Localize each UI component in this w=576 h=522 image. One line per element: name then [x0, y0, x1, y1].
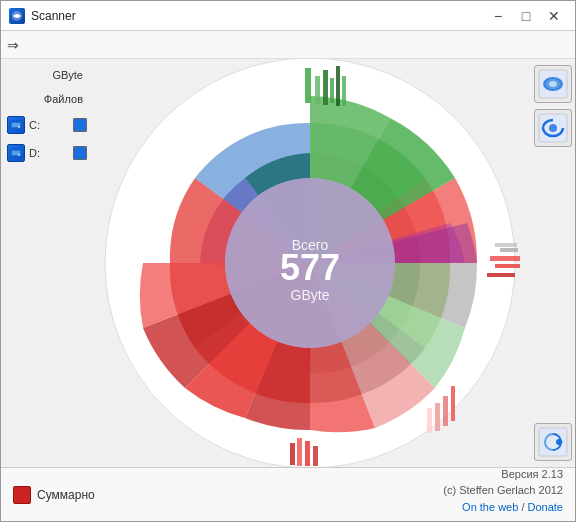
- content-area: GByte Файлов C:: [1, 59, 575, 467]
- link-separator: /: [518, 501, 527, 513]
- svg-text:577: 577: [280, 247, 340, 288]
- window-title: Scanner: [31, 9, 485, 23]
- drive-d-icon: [7, 144, 25, 162]
- svg-rect-15: [495, 264, 520, 268]
- bottom-right-info: Версия 2.13 (c) Steffen Gerlach 2012 On …: [443, 466, 563, 516]
- svg-rect-17: [500, 248, 518, 252]
- drive-c-color: [73, 118, 87, 132]
- svg-rect-20: [443, 396, 448, 426]
- svg-rect-10: [323, 70, 328, 105]
- svg-point-3: [18, 126, 20, 128]
- version-text: Версия 2.13: [443, 466, 563, 483]
- drive-c-label: C:: [29, 119, 69, 131]
- legend-files: Файлов: [5, 89, 87, 109]
- window-controls: − □ ✕: [485, 6, 567, 26]
- svg-rect-25: [305, 441, 310, 466]
- side-button-3[interactable]: [534, 423, 572, 461]
- app-icon: [9, 8, 25, 24]
- drive-c-row: C:: [5, 113, 87, 137]
- svg-rect-11: [330, 78, 334, 103]
- link-donate[interactable]: Donate: [528, 501, 563, 513]
- side-button-1[interactable]: [534, 65, 572, 103]
- svg-rect-9: [315, 76, 320, 104]
- links-text: On the web / Donate: [443, 499, 563, 516]
- center-panel: Всего 577 GByte: [91, 59, 529, 467]
- svg-rect-8: [305, 68, 311, 103]
- svg-point-37: [549, 124, 557, 132]
- sunburst-chart[interactable]: Всего 577 GByte: [95, 59, 525, 467]
- svg-point-35: [549, 81, 557, 87]
- summary-icon: [13, 486, 31, 504]
- copyright-text: (c) Steffen Gerlach 2012: [443, 482, 563, 499]
- drive-c-icon: [7, 116, 25, 134]
- svg-rect-22: [427, 408, 432, 433]
- svg-rect-16: [487, 273, 515, 277]
- side-button-2[interactable]: [534, 109, 572, 147]
- svg-rect-12: [336, 66, 340, 106]
- legend-gbyte: GByte: [5, 65, 87, 85]
- right-panel: [529, 59, 575, 467]
- link-web[interactable]: On the web: [462, 501, 518, 513]
- summary-label: Суммарно: [37, 488, 95, 502]
- summary-section: Суммарно: [13, 486, 95, 504]
- svg-rect-19: [435, 403, 440, 431]
- svg-point-6: [18, 154, 20, 156]
- svg-rect-23: [290, 443, 295, 465]
- svg-rect-21: [451, 386, 455, 421]
- back-arrow[interactable]: ⇒: [7, 37, 19, 53]
- svg-rect-24: [297, 438, 302, 466]
- bottom-bar: Суммарно Версия 2.13 (c) Steffen Gerlach…: [1, 467, 575, 521]
- svg-rect-18: [495, 243, 517, 247]
- toolbar: ⇒: [1, 31, 575, 59]
- title-bar: Scanner − □ ✕: [1, 1, 575, 31]
- close-button[interactable]: ✕: [541, 6, 567, 26]
- svg-text:GByte: GByte: [291, 287, 330, 303]
- svg-rect-14: [490, 256, 520, 261]
- svg-rect-13: [342, 76, 346, 106]
- drive-d-label: D:: [29, 147, 69, 159]
- drive-d-color: [73, 146, 87, 160]
- left-panel: GByte Файлов C:: [1, 59, 91, 467]
- chart-container: Всего 577 GByte: [95, 59, 525, 467]
- legend-gbyte-label: GByte: [52, 69, 83, 81]
- maximize-button[interactable]: □: [513, 6, 539, 26]
- main-window: Scanner − □ ✕ ⇒ GByte Файлов: [0, 0, 576, 522]
- minimize-button[interactable]: −: [485, 6, 511, 26]
- drive-d-row: D:: [5, 141, 87, 165]
- legend-files-label: Файлов: [44, 93, 83, 105]
- svg-rect-26: [313, 446, 318, 466]
